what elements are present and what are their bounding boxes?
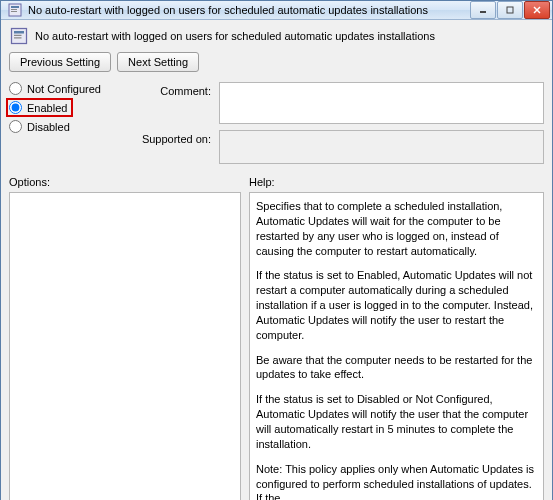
content-area: No auto-restart with logged on users for… bbox=[1, 20, 552, 500]
svg-rect-5 bbox=[507, 7, 513, 13]
help-paragraph: Be aware that the computer needs to be r… bbox=[256, 353, 537, 383]
titlebar: No auto-restart with logged on users for… bbox=[1, 1, 552, 20]
comment-row: Comment: bbox=[129, 82, 544, 124]
next-setting-button[interactable]: Next Setting bbox=[117, 52, 199, 72]
panels-row: Options: Help: Specifies that to complet… bbox=[9, 176, 544, 500]
svg-rect-9 bbox=[14, 31, 24, 34]
help-label: Help: bbox=[249, 176, 544, 188]
help-column: Help: Specifies that to complete a sched… bbox=[249, 176, 544, 500]
radio-disabled[interactable]: Disabled bbox=[9, 120, 115, 133]
policy-icon bbox=[9, 26, 29, 46]
radio-enabled[interactable]: Enabled bbox=[9, 101, 115, 114]
options-panel bbox=[9, 192, 241, 500]
comment-input[interactable] bbox=[219, 82, 544, 124]
policy-title: No auto-restart with logged on users for… bbox=[35, 30, 435, 42]
radio-enabled-highlight: Enabled bbox=[6, 98, 73, 117]
svg-rect-4 bbox=[480, 11, 486, 13]
radio-enabled-input[interactable] bbox=[9, 101, 22, 114]
radio-disabled-label[interactable]: Disabled bbox=[27, 121, 70, 133]
svg-rect-3 bbox=[11, 11, 17, 12]
fields-column: Comment: Supported on: bbox=[129, 82, 544, 164]
radio-disabled-input[interactable] bbox=[9, 120, 22, 133]
header-row: No auto-restart with logged on users for… bbox=[9, 26, 544, 46]
svg-rect-1 bbox=[11, 6, 19, 8]
supported-label: Supported on: bbox=[129, 130, 211, 164]
radio-not-configured-label[interactable]: Not Configured bbox=[27, 83, 101, 95]
svg-rect-2 bbox=[11, 9, 17, 10]
radio-not-configured[interactable]: Not Configured bbox=[9, 82, 115, 95]
help-paragraph: Note: This policy applies only when Auto… bbox=[256, 462, 537, 500]
help-panel[interactable]: Specifies that to complete a scheduled i… bbox=[249, 192, 544, 500]
supported-on-box bbox=[219, 130, 544, 164]
maximize-button[interactable] bbox=[497, 1, 523, 19]
dialog-window: No auto-restart with logged on users for… bbox=[0, 0, 553, 500]
options-column: Options: bbox=[9, 176, 241, 500]
minimize-button[interactable] bbox=[470, 1, 496, 19]
settings-grid: Not Configured Enabled Disabled Comment: bbox=[9, 82, 544, 164]
supported-row: Supported on: bbox=[129, 130, 544, 164]
help-paragraph: Specifies that to complete a scheduled i… bbox=[256, 199, 537, 258]
state-radios: Not Configured Enabled Disabled bbox=[9, 82, 115, 164]
help-paragraph: If the status is set to Enabled, Automat… bbox=[256, 268, 537, 342]
options-label: Options: bbox=[9, 176, 241, 188]
window-title: No auto-restart with logged on users for… bbox=[28, 4, 470, 16]
previous-setting-button[interactable]: Previous Setting bbox=[9, 52, 111, 72]
radio-enabled-label[interactable]: Enabled bbox=[27, 102, 67, 114]
policy-icon bbox=[7, 2, 23, 18]
svg-rect-10 bbox=[14, 35, 22, 36]
close-button[interactable] bbox=[524, 1, 550, 19]
radio-not-configured-input[interactable] bbox=[9, 82, 22, 95]
svg-rect-11 bbox=[14, 37, 22, 38]
window-controls bbox=[470, 1, 550, 19]
nav-buttons: Previous Setting Next Setting bbox=[9, 52, 544, 72]
help-paragraph: If the status is set to Disabled or Not … bbox=[256, 392, 537, 451]
comment-label: Comment: bbox=[129, 82, 211, 124]
